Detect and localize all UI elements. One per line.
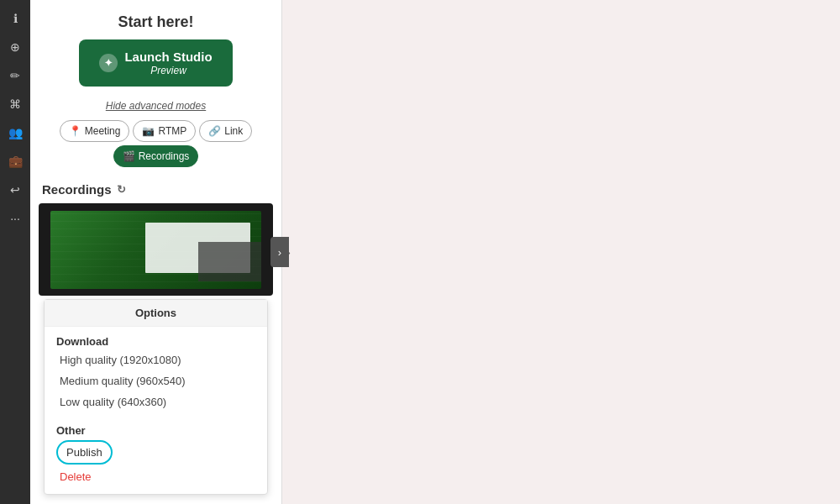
launch-studio-button[interactable]: ✦ Launch Studio Preview	[79, 39, 232, 87]
recordings-mode-icon: 🎬	[123, 150, 135, 162]
recordings-section: Recordings ↻ Options Download High quali…	[30, 174, 281, 503]
download-low-quality[interactable]: Low quality (640x360)	[56, 391, 255, 412]
options-dropdown: Options Download High quality (1920x1080…	[44, 299, 268, 495]
sidebar-icon-forward[interactable]: ↩	[3, 178, 27, 202]
thumbnail-dark-box	[198, 242, 261, 281]
link-label: Link	[224, 125, 243, 137]
thumbnail-preview	[50, 211, 261, 290]
sidebar: ℹ ⊕ ✏ ⌘ 👥 💼 ↩ ···	[0, 0, 30, 504]
main-panel: Start here! ✦ Launch Studio Preview Hide…	[30, 0, 282, 504]
rtmp-icon: 📷	[142, 125, 155, 137]
sidebar-icon-group[interactable]: 👥	[3, 121, 27, 144]
delete-button[interactable]: Delete	[56, 466, 255, 487]
other-section: Other Publish Delete	[45, 417, 267, 494]
publish-button[interactable]: Publish	[56, 440, 113, 465]
other-label: Other	[56, 421, 255, 438]
mode-rtmp-button[interactable]: 📷 RTMP	[133, 120, 196, 142]
link-icon: 🔗	[208, 125, 221, 137]
hide-advanced-link[interactable]: Hide advanced modes	[30, 100, 281, 112]
mode-meeting-button[interactable]: 📍 Meeting	[60, 120, 130, 142]
mode-link-button[interactable]: 🔗 Link	[199, 120, 252, 142]
recording-thumbnail[interactable]	[39, 203, 273, 296]
download-section: Download High quality (1920x1080) Medium…	[45, 327, 267, 417]
download-label: Download	[56, 332, 255, 349]
meeting-icon: 📍	[69, 125, 81, 137]
launch-studio-sublabel: Preview	[124, 65, 212, 76]
download-medium-quality[interactable]: Medium quality (960x540)	[56, 370, 255, 391]
meeting-label: Meeting	[85, 125, 121, 137]
options-header: Options	[45, 300, 267, 327]
launch-studio-label: Launch Studio	[124, 50, 212, 65]
sidebar-icon-fingerprint[interactable]: ⌘	[3, 92, 27, 116]
recordings-title: Recordings	[42, 182, 112, 197]
sidebar-icon-info[interactable]: ℹ	[3, 7, 27, 30]
right-area	[282, 0, 840, 504]
recordings-header: Recordings ↻	[39, 182, 273, 197]
recordings-mode-label: Recordings	[139, 150, 190, 162]
sidebar-icon-share[interactable]: ⊕	[3, 35, 27, 59]
sidebar-icon-edit[interactable]: ✏	[3, 64, 27, 87]
download-high-quality[interactable]: High quality (1920x1080)	[56, 349, 255, 370]
sidebar-icon-more[interactable]: ···	[3, 207, 27, 230]
collapse-panel-button[interactable]: ›	[270, 237, 289, 267]
launch-studio-icon: ✦	[99, 54, 118, 72]
rtmp-label: RTMP	[158, 125, 186, 137]
mode-buttons-group: 📍 Meeting 📷 RTMP 🔗 Link 🎬 Recordings	[30, 120, 281, 167]
start-here-heading: Start here!	[30, 0, 281, 39]
sidebar-icon-briefcase[interactable]: 💼	[3, 150, 27, 173]
mode-recordings-button[interactable]: 🎬 Recordings	[113, 145, 199, 167]
refresh-icon[interactable]: ↻	[117, 183, 126, 196]
